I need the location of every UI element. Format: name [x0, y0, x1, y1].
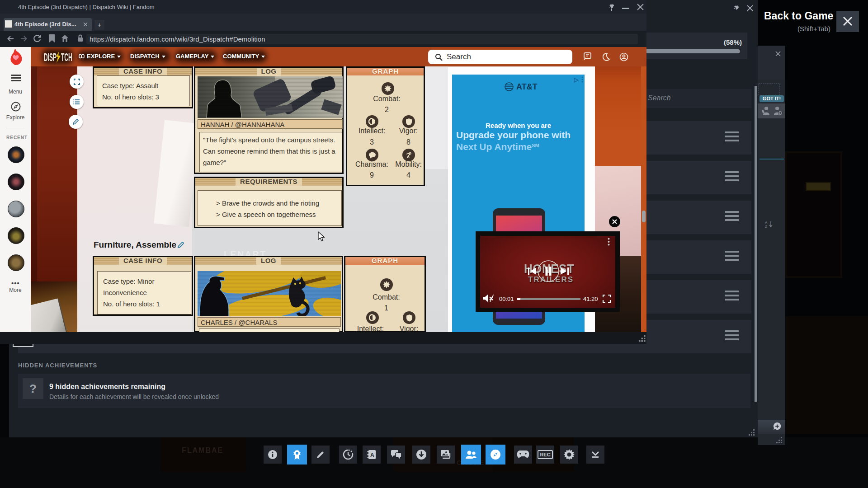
svg-text:Z: Z [765, 225, 767, 228]
svg-text:A: A [370, 452, 374, 458]
svg-text:A: A [765, 221, 768, 225]
